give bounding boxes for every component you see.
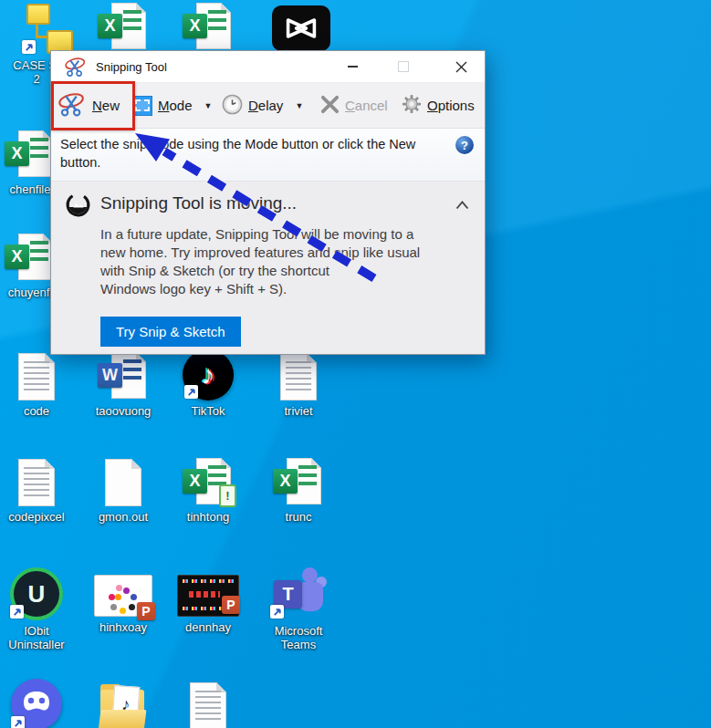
word-file-icon [98,349,149,400]
new-button[interactable]: New [58,88,120,123]
desktop: CASE St 2 chenfile chuyenfi [0,0,711,728]
icon-label: Microsoft Teams [275,624,323,651]
text-document-icon [18,349,55,400]
capcut-icon [272,5,330,51]
cancel-button[interactable]: Cancel [320,88,388,123]
delay-button[interactable]: Delay [222,88,303,123]
info-bar: Select the snip mode using the Mode butt… [51,129,485,182]
text-document-icon [190,679,226,728]
toolbar: New Mode Delay [51,82,485,129]
mode-selection-icon [132,96,152,116]
flowchart-shortcut-icon [21,4,72,55]
icon-label: gmon.out [99,510,148,524]
desktop-icon-excel-b[interactable] [173,0,243,51]
try-snip-sketch-button[interactable]: Try Snip & Sketch [100,317,241,347]
text-document-icon [18,455,55,506]
music-folder-icon [97,681,150,728]
exclamation-badge-icon [219,484,236,507]
icon-label: taoovuong [96,404,152,418]
snip-and-sketch-icon [65,192,91,222]
icon-label: chenfile [10,182,51,196]
icon-label: hinhxoay [99,620,147,634]
desktop-icon-hinhxoay[interactable]: hinhxoay [89,566,158,634]
powerpoint-badge-icon [222,596,240,614]
desktop-icon-bottom-doc[interactable] [173,679,243,728]
discord-icon [11,679,62,728]
icon-label: tinhtong [187,510,229,524]
microsoft-teams-icon [270,566,327,620]
desktop-icon-code[interactable]: code [2,349,71,418]
window-title: Snipping Tool [96,60,167,74]
desktop-icon-iobit[interactable]: IObit Uninstaller [2,566,71,651]
gear-icon [402,94,422,117]
text-document-icon [280,349,317,400]
cancel-x-icon [320,95,340,117]
excel-file-icon [183,0,234,51]
shortcut-arrow-icon [22,40,36,54]
new-snip-scissors-icon [58,91,87,120]
mode-dropdown-caret-icon [204,101,213,110]
desktop-icon-dennhay[interactable]: dennhay [173,566,243,634]
mode-button-label: Mode [158,98,193,113]
icon-label: chuyenfi [8,286,52,299]
icon-label: triviet [284,404,312,418]
collapse-chevron-icon[interactable] [454,195,471,215]
desktop-icon-music-folder[interactable] [89,681,158,728]
close-button[interactable] [440,51,482,82]
desktop-icon-discord[interactable] [2,679,71,728]
snipping-tool-window: Snipping Tool New [50,50,486,355]
moving-notice-panel: Snipping Tool is moving... In a future u… [51,182,485,354]
icon-label: IObit Uninstaller [8,624,64,651]
desktop-icon-trunc[interactable]: trunc [264,455,333,524]
title-bar[interactable]: Snipping Tool [51,51,485,82]
desktop-icon-tiktok[interactable]: TikTok [173,349,243,418]
clock-icon [222,94,243,118]
excel-alert-file-icon [183,455,234,506]
excel-file-icon [98,0,149,51]
delay-dropdown-caret-icon [295,101,303,110]
desktop-icon-taoovuong[interactable]: taoovuong [89,349,158,418]
desktop-icon-triviet[interactable]: triviet [264,349,333,418]
new-button-label: New [92,98,120,113]
minimize-button[interactable] [331,51,373,82]
moving-heading: Snipping Tool is moving... [100,193,297,213]
desktop-icon-capcut[interactable] [267,5,336,51]
moving-body-text: In a future update, Snipping Tool will b… [100,225,420,298]
tiktok-icon [183,349,234,400]
excel-file-icon [5,231,56,282]
options-button[interactable]: Options [402,88,475,123]
icon-label: TikTok [191,404,225,418]
delay-button-label: Delay [248,98,283,113]
powerpoint-file-icon [177,566,239,617]
shortcut-arrow-icon [270,605,284,619]
cancel-button-label: Cancel [345,98,388,113]
info-text: Select the snip mode using the Mode butt… [60,135,415,172]
snipping-tool-app-icon [63,56,89,78]
desktop-icon-gmon-out[interactable]: gmon.out [89,455,158,524]
desktop-icon-teams[interactable]: Microsoft Teams [264,566,333,651]
shortcut-arrow-icon [184,385,198,399]
powerpoint-file-icon [94,566,152,617]
excel-file-icon [273,455,324,506]
mode-button[interactable]: Mode [132,88,212,123]
icon-label: codepixcel [8,510,64,524]
desktop-icon-tinhtong[interactable]: tinhtong [173,455,243,524]
excel-file-icon [5,128,56,179]
maximize-button[interactable] [382,51,424,82]
shortcut-arrow-icon [10,605,24,619]
options-button-label: Options [427,98,475,113]
powerpoint-badge-icon [137,602,155,620]
blank-document-icon [105,455,141,506]
icon-label: dennhay [185,620,231,634]
help-icon[interactable] [455,136,474,154]
desktop-icon-excel-a[interactable] [89,0,158,51]
desktop-icon-codepixcel[interactable]: codepixcel [2,455,71,524]
iobit-uninstaller-icon [10,566,63,620]
icon-label: trunc [286,510,312,524]
shortcut-arrow-icon [11,716,25,728]
icon-label: code [24,404,49,418]
